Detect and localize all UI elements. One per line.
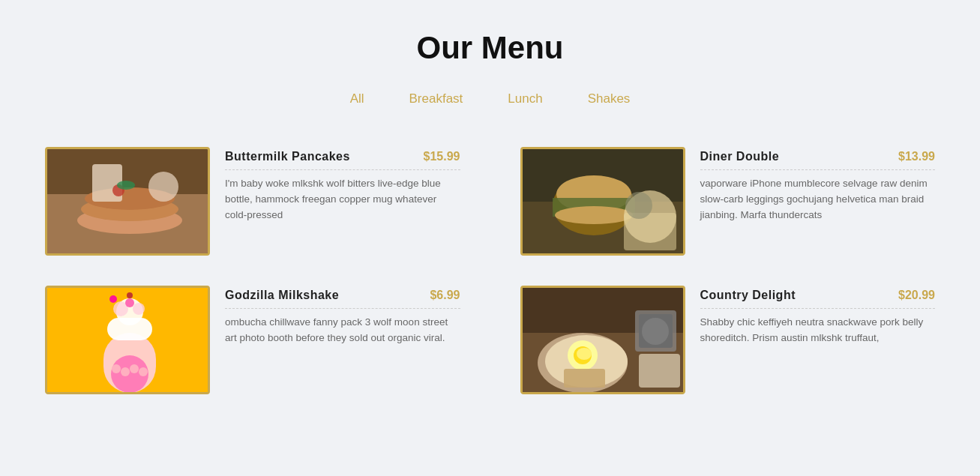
- svg-point-17: [625, 192, 652, 219]
- svg-point-42: [642, 318, 669, 345]
- menu-item-header-country: Country Delight $20.99: [700, 289, 936, 309]
- svg-point-31: [139, 367, 148, 376]
- menu-item-image-pancakes: [45, 147, 210, 256]
- svg-point-28: [112, 364, 121, 373]
- menu-item-name-country: Country Delight: [700, 289, 796, 302]
- menu-item-diner-double: Diner Double $13.99 vaporware iPhone mum…: [520, 147, 936, 256]
- menu-item-image-country: [520, 286, 685, 394]
- svg-point-14: [555, 206, 633, 224]
- menu-item-price-pancakes: $15.99: [424, 150, 460, 163]
- menu-item-price-diner: $13.99: [898, 150, 935, 163]
- svg-point-24: [125, 298, 134, 307]
- menu-item-godzilla-milkshake: Godzilla Milkshake $6.99 ombucha chillwa…: [45, 286, 460, 394]
- svg-point-29: [121, 367, 130, 376]
- svg-rect-16: [624, 213, 676, 250]
- menu-item-price-milkshake: $6.99: [430, 289, 460, 302]
- menu-item-name-diner: Diner Double: [700, 150, 780, 163]
- svg-point-8: [117, 181, 135, 190]
- menu-item-content-pancakes: Buttermilk Pancakes $15.99 I'm baby woke…: [225, 147, 460, 223]
- svg-point-26: [127, 292, 133, 298]
- menu-item-price-country: $20.99: [898, 289, 935, 302]
- menu-item-name-pancakes: Buttermilk Pancakes: [225, 150, 350, 163]
- svg-point-38: [577, 348, 592, 360]
- menu-item-image-milkshake: [45, 286, 210, 394]
- menu-item-name-milkshake: Godzilla Milkshake: [225, 289, 339, 302]
- menu-item-content-diner: Diner Double $13.99 vaporware iPhone mum…: [700, 147, 936, 223]
- menu-item-header-pancakes: Buttermilk Pancakes $15.99: [225, 150, 460, 170]
- svg-point-23: [133, 303, 145, 315]
- menu-item-country-delight: Country Delight $20.99 Shabby chic keffi…: [520, 286, 936, 394]
- page-container: Our Menu All Breakfast Lunch Shakes: [0, 0, 980, 424]
- filter-breakfast[interactable]: Breakfast: [409, 88, 463, 109]
- menu-item-image-burger: [520, 147, 685, 256]
- menu-item-desc-diner: vaporware iPhone mumblecore selvage raw …: [700, 176, 936, 223]
- menu-item-desc-country: Shabby chic keffiyeh neutra snackwave po…: [700, 315, 936, 346]
- svg-point-30: [130, 364, 139, 373]
- filter-all[interactable]: All: [350, 88, 364, 109]
- svg-point-6: [148, 172, 178, 202]
- filter-lunch[interactable]: Lunch: [508, 88, 542, 109]
- page-title: Our Menu: [45, 30, 935, 66]
- menu-item-header-milkshake: Godzilla Milkshake $6.99: [225, 289, 460, 309]
- menu-item-buttermilk-pancakes: Buttermilk Pancakes $15.99 I'm baby woke…: [45, 147, 460, 256]
- menu-item-content-milkshake: Godzilla Milkshake $6.99 ombucha chillwa…: [225, 286, 460, 346]
- menu-item-content-country: Country Delight $20.99 Shabby chic keffi…: [700, 286, 936, 346]
- filter-shakes[interactable]: Shakes: [588, 88, 631, 109]
- menu-item-desc-milkshake: ombucha chillwave fanny pack 3 wolf moon…: [225, 315, 460, 346]
- menu-item-header-diner: Diner Double $13.99: [700, 150, 936, 170]
- svg-rect-43: [639, 354, 680, 388]
- filter-navigation: All Breakfast Lunch Shakes: [45, 88, 935, 109]
- menu-item-desc-pancakes: I'm baby woke mlkshk wolf bitters live-e…: [225, 176, 460, 223]
- svg-point-25: [109, 295, 117, 303]
- menu-grid: Buttermilk Pancakes $15.99 I'm baby woke…: [45, 147, 935, 394]
- svg-rect-39: [564, 369, 605, 388]
